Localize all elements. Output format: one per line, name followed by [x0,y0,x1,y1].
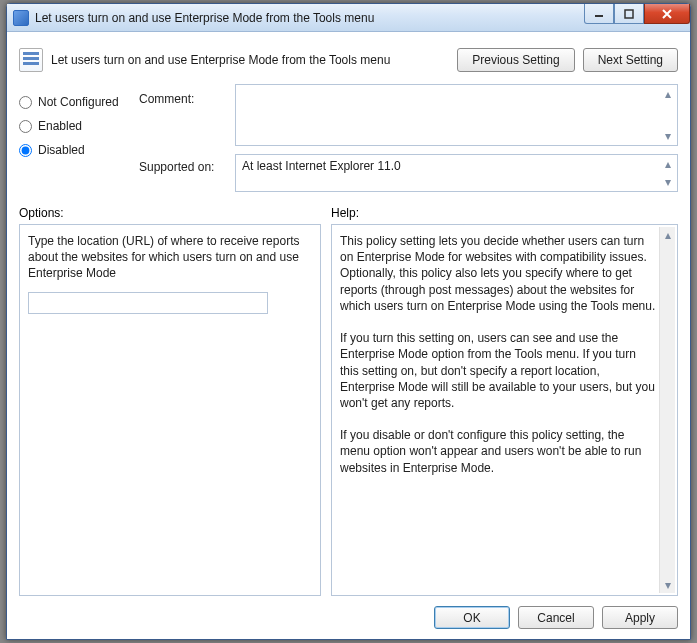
maximize-button[interactable] [614,4,644,24]
options-panel: Type the location (URL) of where to rece… [19,224,321,596]
page-title: Let users turn on and use Enterprise Mod… [51,53,449,67]
minimize-icon [594,9,604,19]
apply-button[interactable]: Apply [602,606,678,629]
header-row: Let users turn on and use Enterprise Mod… [19,40,678,80]
comment-spinner: ▴ ▾ [661,88,675,142]
chevron-up-icon[interactable]: ▴ [661,88,675,100]
help-panel: This policy setting lets you decide whet… [331,224,678,596]
radio-disabled[interactable]: Disabled [19,138,131,162]
radio-enabled-label: Enabled [38,119,82,133]
dialog-window: Let users turn on and use Enterprise Mod… [6,3,691,640]
help-scrollbar[interactable]: ▴ ▾ [659,227,675,593]
window-title: Let users turn on and use Enterprise Mod… [35,11,374,25]
section-labels: Options: Help: [19,206,678,220]
next-setting-button[interactable]: Next Setting [583,48,678,72]
scroll-down-icon[interactable]: ▾ [660,577,675,593]
comment-label: Comment: [139,90,227,154]
field-values: ▴ ▾ At least Internet Explorer 11.0 ▴ ▾ [235,84,678,192]
close-button[interactable] [644,4,690,24]
chevron-down-icon[interactable]: ▾ [661,176,675,188]
radio-enabled[interactable]: Enabled [19,114,131,138]
app-icon [13,10,29,26]
maximize-icon [624,9,634,19]
svg-rect-0 [595,15,603,17]
options-description: Type the location (URL) of where to rece… [28,233,312,282]
supported-on-field: At least Internet Explorer 11.0 ▴ ▾ [235,154,678,192]
chevron-up-icon[interactable]: ▴ [661,158,675,170]
supported-on-value: At least Internet Explorer 11.0 [236,155,677,191]
state-radio-group: Not Configured Enabled Disabled [19,84,131,192]
help-text: This policy setting lets you decide whet… [340,233,657,476]
radio-not-configured[interactable]: Not Configured [19,90,131,114]
chevron-down-icon[interactable]: ▾ [661,130,675,142]
panels: Type the location (URL) of where to rece… [19,224,678,596]
options-section-label: Options: [19,206,331,220]
radio-enabled-input[interactable] [19,120,32,133]
supported-on-label: Supported on: [139,154,227,174]
radio-not-configured-label: Not Configured [38,95,119,109]
titlebar[interactable]: Let users turn on and use Enterprise Mod… [7,4,690,32]
client-area: Let users turn on and use Enterprise Mod… [7,32,690,639]
radio-not-configured-input[interactable] [19,96,32,109]
report-url-input[interactable] [28,292,268,314]
close-icon [661,8,673,20]
scroll-up-icon[interactable]: ▴ [660,227,675,243]
comment-field[interactable]: ▴ ▾ [235,84,678,146]
svg-rect-1 [625,10,633,18]
dialog-footer: OK Cancel Apply [19,596,678,629]
radio-disabled-label: Disabled [38,143,85,157]
ok-button[interactable]: OK [434,606,510,629]
comment-value [236,85,677,145]
radio-disabled-input[interactable] [19,144,32,157]
config-row: Not Configured Enabled Disabled Comment:… [19,84,678,192]
policy-icon [19,48,43,72]
previous-setting-button[interactable]: Previous Setting [457,48,574,72]
supported-spinner: ▴ ▾ [661,158,675,188]
cancel-button[interactable]: Cancel [518,606,594,629]
help-section-label: Help: [331,206,359,220]
window-controls [584,4,690,24]
field-labels: Comment: Supported on: [139,84,227,192]
minimize-button[interactable] [584,4,614,24]
